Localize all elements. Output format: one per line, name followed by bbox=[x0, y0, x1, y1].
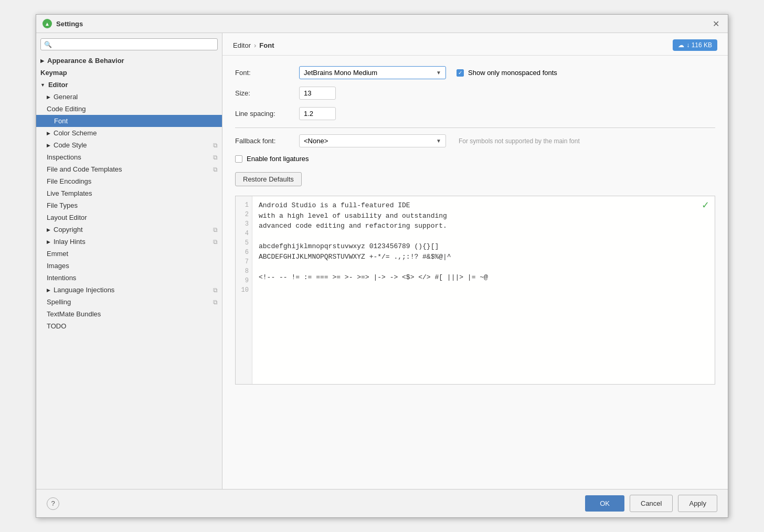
sidebar-label: Intentions bbox=[47, 274, 76, 282]
monospaced-checkbox-row: ✓ Show only monospaced fonts bbox=[457, 69, 557, 77]
ligatures-row: Enable font ligatures bbox=[235, 155, 715, 163]
preview-box: 12345678910 Android Studio is a full-fea… bbox=[235, 196, 715, 385]
sidebar-label: Keymap bbox=[40, 69, 67, 77]
font-dropdown[interactable]: JetBrains Mono Medium ▼ bbox=[299, 66, 446, 79]
sidebar-item-code-editing[interactable]: Code Editing bbox=[36, 103, 222, 115]
sidebar-item-file-code-templates[interactable]: File and Code Templates ⧉ bbox=[36, 163, 222, 175]
sidebar-item-keymap[interactable]: Keymap bbox=[36, 67, 222, 79]
sidebar-label: Live Templates bbox=[47, 189, 92, 197]
copy-icon: ⧉ bbox=[213, 299, 218, 306]
settings-dialog: ▲ Settings ✕ 🔍 ▶ Appearance & Behavior K… bbox=[36, 14, 728, 518]
sidebar-item-appearance[interactable]: ▶ Appearance & Behavior bbox=[36, 55, 222, 67]
sidebar-item-code-style[interactable]: ▶ Code Style ⧉ bbox=[36, 139, 222, 151]
fallback-dropdown[interactable]: <None> ▼ bbox=[299, 134, 446, 147]
sidebar-item-language-injections[interactable]: ▶ Language Injections ⧉ bbox=[36, 284, 222, 296]
content-inner: Font: JetBrains Mono Medium ▼ ✓ Show onl… bbox=[222, 56, 728, 489]
search-input[interactable] bbox=[54, 40, 214, 48]
preview-content: Android Studio is a full-featured IDE wi… bbox=[252, 196, 715, 384]
sidebar-item-inspections[interactable]: Inspections ⧉ bbox=[36, 151, 222, 163]
update-badge[interactable]: ☁ ↓ 116 KB bbox=[673, 39, 717, 51]
breadcrumb-current: Font bbox=[259, 41, 274, 49]
sidebar-item-inlay-hints[interactable]: ▶ Inlay Hints ⧉ bbox=[36, 236, 222, 248]
sidebar-label: File Encodings bbox=[47, 177, 91, 185]
copy-icon: ⧉ bbox=[213, 238, 218, 246]
line-spacing-input[interactable] bbox=[299, 107, 336, 120]
sidebar-item-font[interactable]: Font bbox=[36, 115, 222, 127]
search-box[interactable]: 🔍 bbox=[40, 38, 218, 50]
app-icon: ▲ bbox=[43, 19, 52, 28]
apply-button[interactable]: Apply bbox=[678, 495, 717, 512]
size-label: Size: bbox=[235, 89, 293, 97]
divider bbox=[235, 127, 715, 128]
fallback-value: <None> bbox=[304, 137, 328, 145]
cancel-button[interactable]: Cancel bbox=[630, 495, 673, 512]
monospaced-checkbox[interactable]: ✓ bbox=[457, 69, 464, 77]
font-value: JetBrains Mono Medium bbox=[304, 69, 377, 77]
dialog-title: Settings bbox=[56, 20, 83, 28]
line-numbers: 12345678910 bbox=[236, 196, 252, 384]
sidebar-item-copyright[interactable]: ▶ Copyright ⧉ bbox=[36, 224, 222, 236]
copy-icon: ⧉ bbox=[213, 142, 218, 149]
sidebar-label: TODO bbox=[47, 322, 66, 330]
sidebar-label: TextMate Bundles bbox=[47, 310, 101, 318]
update-text: ↓ 116 KB bbox=[686, 41, 712, 49]
title-bar: ▲ Settings ✕ bbox=[36, 15, 728, 33]
sidebar: 🔍 ▶ Appearance & Behavior Keymap ▼ Edito… bbox=[36, 33, 222, 489]
sidebar-item-todo[interactable]: TODO bbox=[36, 320, 222, 332]
ligatures-checkbox[interactable] bbox=[235, 155, 242, 163]
sidebar-label: Code Editing bbox=[47, 105, 86, 113]
sidebar-item-emmet[interactable]: Emmet bbox=[36, 248, 222, 260]
expand-icon: ▶ bbox=[47, 131, 50, 136]
sidebar-label: Appearance & Behavior bbox=[47, 57, 124, 65]
copy-icon: ⧉ bbox=[213, 166, 218, 173]
sidebar-item-general[interactable]: ▶ General bbox=[36, 91, 222, 103]
sidebar-item-layout-editor[interactable]: Layout Editor bbox=[36, 211, 222, 224]
sidebar-label: General bbox=[54, 93, 78, 101]
breadcrumb-separator: › bbox=[254, 41, 256, 49]
sidebar-label: Color Scheme bbox=[54, 129, 97, 137]
sidebar-label: Layout Editor bbox=[47, 214, 87, 221]
sidebar-label: Inspections bbox=[47, 153, 81, 161]
line-spacing-label: Line spacing: bbox=[235, 110, 293, 118]
expand-icon: ▶ bbox=[47, 239, 50, 244]
sidebar-item-spelling[interactable]: Spelling ⧉ bbox=[36, 296, 222, 308]
dropdown-arrow-icon: ▼ bbox=[436, 70, 441, 76]
sidebar-item-file-encodings[interactable]: File Encodings bbox=[36, 175, 222, 187]
sidebar-item-color-scheme[interactable]: ▶ Color Scheme bbox=[36, 127, 222, 139]
footer: ? OK Cancel Apply bbox=[36, 489, 728, 517]
ok-button[interactable]: OK bbox=[585, 495, 624, 512]
update-icon: ☁ bbox=[678, 41, 684, 49]
sidebar-item-intentions[interactable]: Intentions bbox=[36, 272, 222, 284]
expand-icon: ▶ bbox=[47, 288, 50, 293]
copy-icon: ⧉ bbox=[213, 286, 218, 294]
sidebar-item-editor[interactable]: ▼ Editor bbox=[36, 79, 222, 91]
sidebar-item-live-templates[interactable]: Live Templates bbox=[36, 187, 222, 199]
font-row: Font: JetBrains Mono Medium ▼ ✓ Show onl… bbox=[235, 66, 715, 79]
sidebar-item-textmate-bundles[interactable]: TextMate Bundles bbox=[36, 308, 222, 320]
expand-icon: ▶ bbox=[47, 227, 50, 232]
close-button[interactable]: ✕ bbox=[710, 18, 721, 29]
sidebar-label: File Types bbox=[47, 201, 78, 209]
monospaced-label: Show only monospaced fonts bbox=[468, 69, 557, 77]
ligatures-label: Enable font ligatures bbox=[247, 155, 309, 163]
font-label: Font: bbox=[235, 69, 293, 77]
breadcrumb: Editor › Font bbox=[233, 41, 274, 49]
main-content: 🔍 ▶ Appearance & Behavior Keymap ▼ Edito… bbox=[36, 33, 728, 489]
expand-icon: ▼ bbox=[40, 82, 45, 88]
sidebar-label: Emmet bbox=[47, 250, 68, 258]
search-icon: 🔍 bbox=[44, 41, 52, 48]
sidebar-label: Copyright bbox=[54, 226, 83, 233]
sidebar-label: Font bbox=[54, 117, 68, 125]
sidebar-label: Spelling bbox=[47, 298, 71, 306]
sidebar-item-file-types[interactable]: File Types bbox=[36, 199, 222, 211]
preview-checkmark-icon: ✓ bbox=[702, 199, 709, 211]
fallback-row: Fallback font: <None> ▼ For symbols not … bbox=[235, 134, 715, 147]
sidebar-item-images[interactable]: Images bbox=[36, 260, 222, 272]
help-button[interactable]: ? bbox=[47, 497, 59, 510]
sidebar-label: Images bbox=[47, 262, 69, 270]
copy-icon: ⧉ bbox=[213, 154, 218, 161]
restore-defaults-button[interactable]: Restore Defaults bbox=[235, 172, 302, 186]
size-input[interactable] bbox=[299, 87, 336, 100]
size-row: Size: bbox=[235, 87, 715, 100]
content-header: Editor › Font ☁ ↓ 116 KB bbox=[222, 33, 728, 56]
